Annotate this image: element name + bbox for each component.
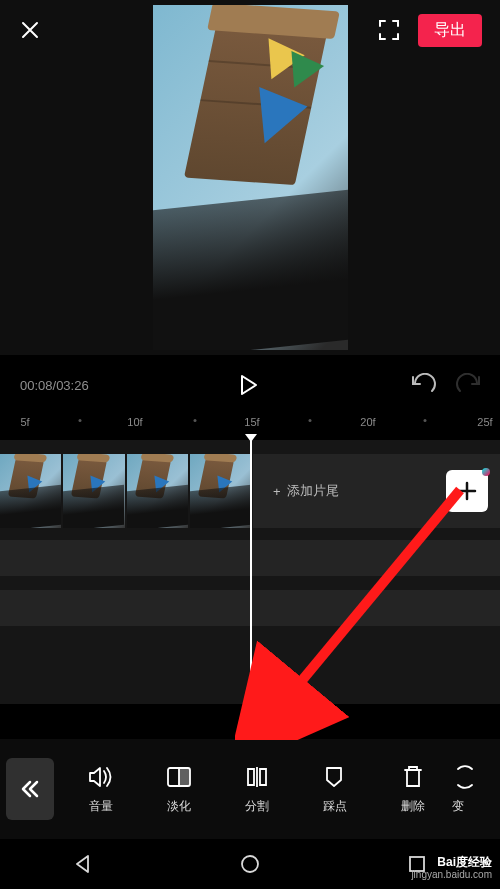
nav-back-button[interactable] xyxy=(69,850,97,878)
play-button[interactable] xyxy=(238,374,260,396)
tool-fade[interactable]: 淡化 xyxy=(140,764,218,815)
tool-label: 踩点 xyxy=(323,798,347,815)
transform-icon xyxy=(452,764,478,790)
chevron-double-left-icon xyxy=(19,778,41,800)
ruler-label: 15f xyxy=(244,416,259,428)
triangle-back-icon xyxy=(72,853,94,875)
clip-thumbnail[interactable] xyxy=(190,454,251,528)
clip-thumbnail[interactable] xyxy=(63,454,124,528)
fullscreen-button[interactable] xyxy=(378,19,400,41)
clip-thumbnail[interactable] xyxy=(0,454,61,528)
close-icon xyxy=(20,20,40,40)
tool-transform[interactable]: 变 xyxy=(452,764,482,815)
beat-icon xyxy=(322,764,348,790)
clip-thumbnail[interactable] xyxy=(127,454,188,528)
watermark-brand: Bai度经验 xyxy=(437,855,492,869)
edit-toolbar: 音量 淡化 分割 踩点 删除 xyxy=(0,739,500,839)
svg-rect-3 xyxy=(179,768,190,786)
undo-button[interactable] xyxy=(410,373,434,397)
watermark-url: jingyan.baidu.com xyxy=(411,869,492,881)
tool-beat[interactable]: 踩点 xyxy=(296,764,374,815)
tool-split[interactable]: 分割 xyxy=(218,764,296,815)
fade-icon xyxy=(166,764,192,790)
undo-icon xyxy=(410,373,436,395)
play-icon xyxy=(238,374,258,396)
plus-icon: + xyxy=(273,484,281,499)
ruler-label: 5f xyxy=(20,416,29,428)
tool-label: 淡化 xyxy=(167,798,191,815)
redo-icon xyxy=(456,373,482,395)
volume-icon xyxy=(88,764,114,790)
fullscreen-icon xyxy=(378,19,400,41)
tool-label: 删除 xyxy=(401,798,425,815)
ruler-label: 20f xyxy=(360,416,375,428)
nav-home-button[interactable] xyxy=(236,850,264,878)
timecode: 00:08/03:26 xyxy=(20,378,89,393)
redo-button[interactable] xyxy=(456,373,480,397)
plus-icon xyxy=(456,480,478,502)
svg-point-5 xyxy=(242,856,258,872)
tool-delete[interactable]: 删除 xyxy=(374,764,452,815)
watermark: Bai度经验 jingyan.baidu.com xyxy=(411,855,492,881)
collapse-toolbar-button[interactable] xyxy=(6,758,54,820)
close-button[interactable] xyxy=(18,18,42,42)
tool-volume[interactable]: 音量 xyxy=(62,764,140,815)
split-icon xyxy=(244,764,270,790)
ruler-label: 10f xyxy=(127,416,142,428)
tool-label: 音量 xyxy=(89,798,113,815)
tool-label: 分割 xyxy=(245,798,269,815)
delete-icon xyxy=(400,764,426,790)
video-track[interactable] xyxy=(0,454,251,528)
add-clip-button[interactable] xyxy=(446,470,488,512)
ruler-label: 25f xyxy=(477,416,492,428)
add-ending-label: 添加片尾 xyxy=(287,482,339,500)
playhead[interactable] xyxy=(250,440,252,704)
circle-home-icon xyxy=(239,853,261,875)
tool-label: 变 xyxy=(452,798,464,815)
export-button[interactable]: 导出 xyxy=(418,14,482,47)
